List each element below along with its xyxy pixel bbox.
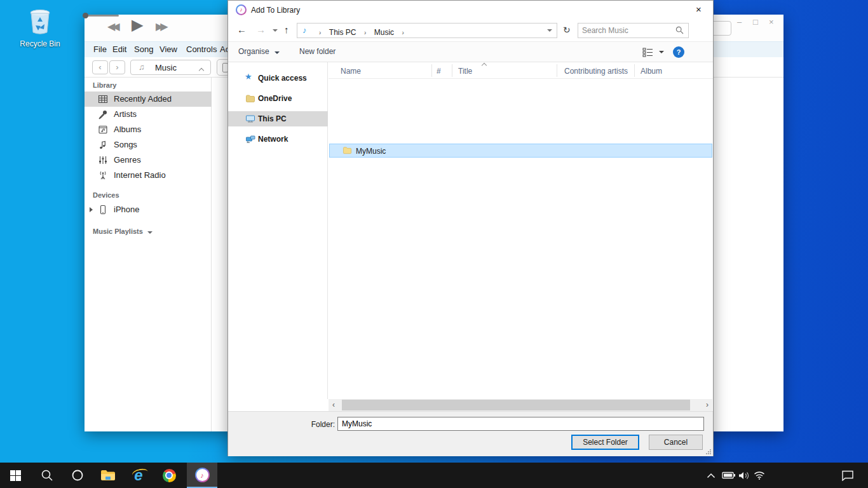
music-note-icon: ♪ xyxy=(302,25,307,35)
dialog-close-button[interactable]: × xyxy=(684,1,713,20)
breadcrumb-music[interactable]: Music xyxy=(374,28,394,37)
column-number[interactable]: # xyxy=(437,67,441,76)
sidebar-item-artists[interactable]: Artists xyxy=(85,107,212,122)
forward-icon[interactable]: → xyxy=(256,24,266,35)
dialog-command-bar: Organise New folder ? xyxy=(228,41,713,62)
quick-access-star-icon: ★ xyxy=(245,72,252,81)
itunes-sidebar: Library Recently Added Artists xyxy=(85,78,212,431)
play-icon[interactable]: ▶ xyxy=(132,16,143,34)
add-to-library-dialog: ♪ Add To Library × ← → ↑ ♪ › This PC › M… xyxy=(227,0,714,456)
internet-explorer-button[interactable]: e xyxy=(123,463,154,488)
place-onedrive[interactable]: OneDrive xyxy=(228,91,328,106)
start-button[interactable] xyxy=(0,463,31,488)
file-explorer-button[interactable] xyxy=(93,463,123,488)
column-name[interactable]: Name xyxy=(341,67,361,76)
volume-tray-icon[interactable] xyxy=(738,463,751,488)
library-header: Library xyxy=(93,81,116,89)
taskbar: e ♪ xyxy=(0,463,868,488)
wifi-tray-icon[interactable] xyxy=(754,463,765,488)
chrome-icon xyxy=(163,469,176,482)
sidebar-item-internet-radio[interactable]: Internet Radio xyxy=(85,168,212,183)
organise-button[interactable]: Organise xyxy=(238,47,280,56)
music-playlists-header[interactable]: Music Playlists xyxy=(93,227,153,235)
action-center-button[interactable] xyxy=(841,463,854,488)
breadcrumb-separator-icon: › xyxy=(314,29,326,36)
refresh-icon[interactable]: ↻ xyxy=(563,25,571,35)
views-dropdown-icon[interactable] xyxy=(659,51,664,53)
close-icon[interactable]: × xyxy=(769,17,774,27)
battery-tray-icon[interactable] xyxy=(722,463,736,488)
song-note-icon xyxy=(98,140,108,150)
breadcrumb-separator-icon: › xyxy=(397,29,409,36)
search-icon xyxy=(41,469,53,482)
place-quick-access[interactable]: ★ Quick access xyxy=(228,71,328,86)
address-bar[interactable]: ♪ › This PC › Music › xyxy=(297,23,557,38)
cancel-button[interactable]: Cancel xyxy=(649,435,703,450)
battery-icon xyxy=(722,471,736,479)
place-network[interactable]: Network xyxy=(228,132,328,147)
scrollbar-thumb[interactable] xyxy=(342,400,690,410)
speaker-icon xyxy=(738,471,751,480)
menu-song[interactable]: Song xyxy=(134,44,153,54)
column-album[interactable]: Album xyxy=(641,67,662,76)
sidebar-item-genres[interactable]: Genres xyxy=(85,152,212,168)
chevron-up-icon xyxy=(707,473,715,478)
sidebar-item-recently-added[interactable]: Recently Added xyxy=(85,92,212,107)
rewind-icon[interactable]: ◀◀ xyxy=(107,20,117,32)
search-box[interactable] xyxy=(578,23,689,38)
maximize-icon[interactable]: □ xyxy=(753,17,758,27)
scroll-left-icon[interactable]: ‹ xyxy=(332,400,335,409)
this-pc-monitor-icon xyxy=(245,114,255,124)
tray-show-hidden-icons[interactable] xyxy=(707,463,715,488)
menu-file[interactable]: File xyxy=(93,44,107,54)
breadcrumb-this-pc[interactable]: This PC xyxy=(329,28,356,37)
recycle-bin[interactable]: Recycle Bin xyxy=(13,5,67,48)
resize-grip[interactable] xyxy=(706,449,711,454)
address-dropdown-icon[interactable] xyxy=(547,29,552,32)
chrome-button[interactable] xyxy=(154,463,184,488)
column-contributing-artists[interactable]: Contributing artists xyxy=(564,67,628,76)
cortana-button[interactable] xyxy=(62,463,93,488)
taskbar-search-button[interactable] xyxy=(32,463,62,488)
folder-name-input[interactable] xyxy=(337,417,704,431)
menu-view[interactable]: View xyxy=(159,44,177,54)
itunes-icon: ♪ xyxy=(195,468,210,482)
expand-chevron-icon[interactable] xyxy=(90,207,93,212)
itunes-forward-button[interactable]: › xyxy=(109,60,125,74)
volume-slider[interactable] xyxy=(85,15,119,17)
up-icon[interactable]: ↑ xyxy=(284,24,289,35)
menu-edit[interactable]: Edit xyxy=(112,44,126,54)
back-icon[interactable]: ← xyxy=(237,24,247,35)
wifi-icon xyxy=(754,471,765,480)
microphone-icon xyxy=(98,109,108,119)
sidebar-item-iphone[interactable]: iPhone xyxy=(85,202,212,217)
recent-locations-chevron-icon[interactable] xyxy=(273,29,278,32)
volume-knob[interactable] xyxy=(83,13,88,18)
file-row-mymusic[interactable]: MyMusic xyxy=(329,144,712,158)
album-icon xyxy=(98,125,108,135)
select-folder-button[interactable]: Select Folder xyxy=(571,435,639,450)
help-icon[interactable]: ? xyxy=(673,46,684,58)
column-title[interactable]: Title xyxy=(458,67,472,76)
itunes-back-button[interactable]: ‹ xyxy=(92,60,108,74)
place-this-pc[interactable]: This PC xyxy=(228,111,328,126)
onedrive-icon xyxy=(245,93,255,104)
search-input[interactable] xyxy=(582,25,671,36)
media-kind-selector[interactable]: ♫ Music xyxy=(130,60,211,75)
media-kind-value: Music xyxy=(155,63,177,72)
sidebar-item-songs[interactable]: Songs xyxy=(85,137,212,152)
radio-antenna-icon xyxy=(98,170,108,180)
views-icon[interactable] xyxy=(642,48,654,57)
new-folder-button[interactable]: New folder xyxy=(299,47,336,56)
itunes-taskbar-button[interactable]: ♪ xyxy=(187,463,217,488)
menu-controls[interactable]: Controls xyxy=(186,44,217,54)
sidebar-item-albums[interactable]: Albums xyxy=(85,122,212,137)
fast-forward-icon[interactable]: ▶▶ xyxy=(156,20,165,32)
itunes-app-icon: ♪ xyxy=(236,4,247,15)
sort-ascending-icon xyxy=(482,63,487,68)
scroll-right-icon[interactable]: › xyxy=(706,400,709,409)
horizontal-scrollbar[interactable]: ‹ › xyxy=(329,399,712,411)
music-note-icon: ♫ xyxy=(139,62,145,72)
internet-explorer-icon: e xyxy=(134,468,142,482)
minimize-icon[interactable]: – xyxy=(737,17,742,27)
